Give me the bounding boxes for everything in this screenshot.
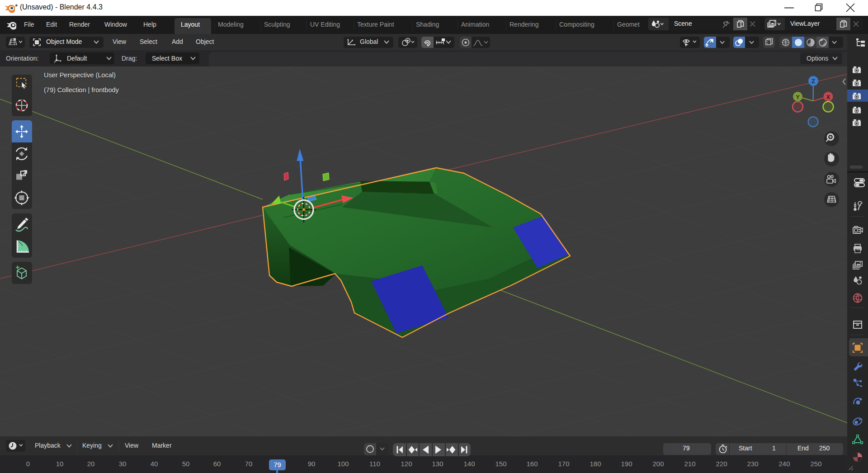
svg-text:Z: Z: [811, 78, 815, 85]
svg-text:Y: Y: [796, 94, 800, 100]
svg-text:X: X: [826, 94, 830, 100]
